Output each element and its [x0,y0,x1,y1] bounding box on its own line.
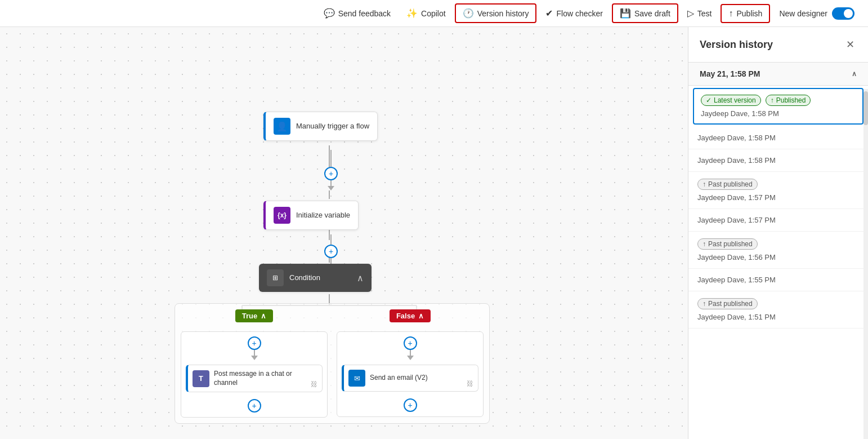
scrollbar-thumb[interactable] [863,91,868,125]
past-published-label-6: Past published [708,240,753,248]
false-label: False ∧ [390,309,431,322]
feedback-icon: 💬 [324,8,335,19]
trigger-label: Manually trigger a flow [296,122,369,131]
version-meta-8: Jaydeep Dave, 1:51 PM [697,313,859,321]
test-button[interactable]: ▷ Test [681,5,719,22]
panel-body: May 21, 1:58 PM ∧ ✓ Latest version ↑ Pub… [688,63,868,439]
svg-marker-8 [328,186,334,190]
latest-icon: ✓ [706,96,712,104]
true-add-top: + [186,336,323,360]
version-item-8[interactable]: ↑ Past published Jaydeep Dave, 1:51 PM [688,291,868,329]
init-label: Initialize variable [296,211,350,220]
save-draft-icon: 💾 [620,8,631,19]
copilot-button[interactable]: ✨ Copilot [400,5,453,22]
version-item-2[interactable]: Jaydeep Dave, 1:58 PM [688,127,868,149]
version-badges-6: ↑ Past published [697,238,859,250]
line-2 [330,234,332,245]
link-icon-outlook: ⛓ [467,380,473,388]
past-published-badge-6: ↑ Past published [697,238,758,250]
new-designer-label: New designer [779,9,827,18]
published-badge: ↑ Published [766,95,811,106]
condition-node[interactable]: ⊞ Condition ∧ [259,264,372,292]
version-badges-1: ✓ Latest version ↑ Published [701,95,856,106]
version-item-7[interactable]: Jaydeep Dave, 1:55 PM [688,269,868,291]
teams-node[interactable]: T Post message in a chat or channel ⛓ [186,365,323,392]
arrow-false [407,356,414,360]
false-branch-box: + ✉ Send an email (V2) ⛓ + [337,331,484,417]
date-header[interactable]: May 21, 1:58 PM ∧ [688,63,868,86]
version-meta-6: Jaydeep Dave, 1:56 PM [697,253,859,261]
copilot-icon: ✨ [406,8,418,19]
flow-checker-label: Flow checker [556,9,602,18]
published-label: Published [776,96,806,104]
add-btn-true-top[interactable]: + [248,336,261,350]
false-add-bottom: + [342,398,478,412]
version-item-6[interactable]: ↑ Past published Jaydeep Dave, 1:56 PM [688,232,868,269]
latest-label: Latest version [714,96,756,104]
condition-label: Condition [289,273,320,283]
feedback-label: Send feedback [338,9,391,18]
version-item-5[interactable]: Jaydeep Dave, 1:57 PM [688,209,868,232]
panel-close-button[interactable]: ✕ [844,36,857,53]
init-variable-node[interactable]: {x} Initialize variable [263,201,359,230]
add-btn-false-top[interactable]: + [404,336,417,350]
outlook-node[interactable]: ✉ Send an email (V2) ⛓ [342,365,478,392]
date-group: May 21, 1:58 PM ∧ ✓ Latest version ↑ Pub… [688,63,868,329]
false-branch-header: False ∧ [390,309,431,327]
version-meta-2: Jaydeep Dave, 1:58 PM [697,134,859,142]
version-badges-8: ↑ Past published [697,298,859,309]
past-published-icon-6: ↑ [703,240,706,248]
true-chevron: ∧ [261,312,266,320]
outlook-icon: ✉ [348,370,365,387]
line-1 [330,150,332,167]
version-item-1[interactable]: ✓ Latest version ↑ Published Jaydeep Dav… [693,88,863,125]
arrow-1 [328,186,334,190]
line-false-top [410,350,411,356]
add-btn-true-bottom[interactable]: + [248,399,261,413]
published-icon: ↑ [771,96,774,104]
trigger-node[interactable]: 👤 Manually trigger a flow [263,112,378,141]
save-draft-label: Save draft [634,9,670,18]
version-meta-3: Jaydeep Dave, 1:58 PM [697,156,859,165]
line-2b [330,258,332,264]
new-designer-toggle: New designer [772,7,861,20]
connector-1: + [324,150,338,190]
teams-label: Post message in a chat or channel [214,370,317,387]
version-item-4[interactable]: ↑ Past published Jaydeep Dave, 1:57 PM [688,172,868,209]
flow-checker-button[interactable]: ✔ Flow checker [539,5,609,22]
arrow-true [251,356,258,360]
link-icon-teams: ⛓ [311,380,317,388]
version-meta-5: Jaydeep Dave, 1:57 PM [697,216,859,224]
panel-title: Version history [700,39,773,51]
version-meta-7: Jaydeep Dave, 1:55 PM [697,276,859,284]
add-btn-false-bottom[interactable]: + [404,398,417,412]
past-published-label-4: Past published [708,180,753,188]
add-btn-1[interactable]: + [324,167,338,180]
outlook-label: Send an email (V2) [370,374,428,383]
publish-button[interactable]: ↑ Publish [721,4,770,23]
scrollbar-track [863,89,868,439]
condition-container: True ∧ + T Post message in a chat or cha… [175,303,490,424]
false-chevron: ∧ [418,312,424,320]
latest-version-badge: ✓ Latest version [701,95,761,106]
new-designer-switch[interactable] [832,7,854,20]
send-feedback-button[interactable]: 💬 Send feedback [317,5,397,22]
publish-icon: ↑ [728,8,733,19]
version-item-3[interactable]: Jaydeep Dave, 1:58 PM [688,149,868,172]
add-btn-2[interactable]: + [324,245,338,258]
connector-2: + [324,234,338,268]
past-published-icon-8: ↑ [703,300,706,308]
false-add-top: + [342,336,478,360]
branches-row: True ∧ + T Post message in a chat or cha… [181,309,484,418]
version-meta-1: Jaydeep Dave, 1:58 PM [701,109,856,118]
teams-icon: T [193,370,209,387]
save-draft-button[interactable]: 💾 Save draft [612,3,678,23]
test-label: Test [697,9,712,18]
condition-icon: ⊞ [267,269,284,286]
past-published-icon-4: ↑ [703,180,706,188]
true-label: True ∧ [235,309,273,322]
true-branch-header: True ∧ [235,309,273,327]
true-add-bottom: + [186,399,323,413]
version-history-button[interactable]: 🕐 Version history [455,3,537,23]
date-group-label: May 21, 1:58 PM [700,69,760,78]
